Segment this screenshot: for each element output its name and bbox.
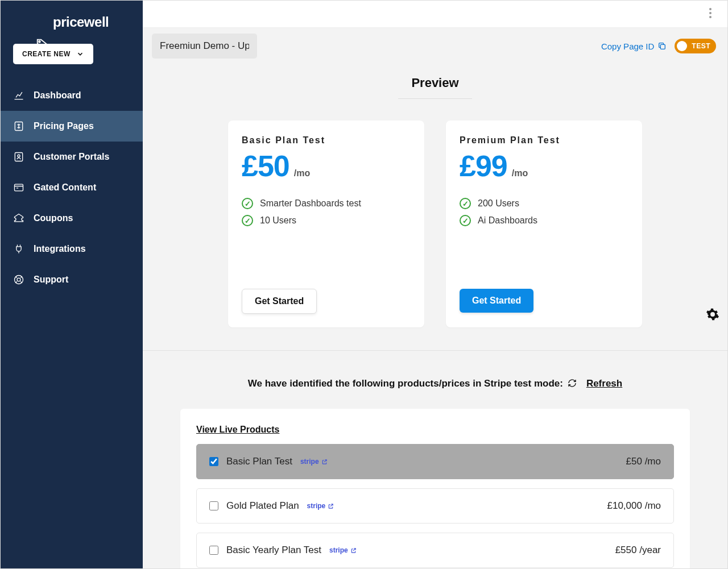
external-link-icon: [350, 547, 357, 554]
feature-text: Smarter Dashboards test: [260, 198, 361, 209]
svg-point-0: [39, 41, 40, 43]
product-name: Basic Plan Test: [226, 456, 292, 467]
plan-title: Premium Plan Test: [460, 135, 628, 146]
feature-item: ✓Ai Dashboards: [460, 215, 628, 226]
create-new-label: CREATE NEW: [22, 50, 71, 58]
price-amount: £50: [242, 149, 289, 183]
portal-icon: [13, 151, 24, 163]
plug-icon: [13, 243, 24, 255]
check-icon: ✓: [242, 198, 253, 209]
sidebar-item-coupons[interactable]: Coupons: [1, 203, 143, 234]
external-link-icon: [321, 459, 328, 465]
sidebar-item-pricing-pages[interactable]: Pricing Pages: [1, 111, 143, 142]
product-price: £50 /mo: [626, 456, 661, 467]
page-header: Copy Page ID TEST: [143, 28, 727, 59]
kebab-menu-button[interactable]: [704, 6, 717, 20]
pricing-icon: [13, 121, 24, 132]
refresh-link[interactable]: Refresh: [586, 378, 622, 389]
check-icon: ✓: [242, 215, 253, 226]
plan-title: Basic Plan Test: [242, 135, 411, 146]
check-icon: ✓: [460, 198, 471, 209]
feature-text: Ai Dashboards: [478, 215, 537, 226]
product-row[interactable]: Basic Yearly Plan Test stripe £550 /year: [196, 533, 674, 568]
plan-price: £99 /mo: [460, 149, 628, 183]
sidebar-item-label: Pricing Pages: [34, 121, 94, 131]
header-actions: Copy Page ID TEST: [601, 39, 716, 53]
create-new-button[interactable]: CREATE NEW: [13, 44, 93, 64]
tag-icon: [36, 38, 48, 50]
support-icon: [13, 274, 24, 285]
sidebar-item-label: Dashboard: [34, 90, 81, 101]
dot-icon: [709, 16, 712, 18]
chart-icon: [13, 90, 24, 101]
feature-item: ✓10 Users: [242, 215, 411, 226]
gate-icon: [13, 182, 24, 193]
sidebar: pricewell CREATE NEW Dashboard Pricing P…: [1, 1, 143, 568]
product-checkbox[interactable]: [209, 546, 218, 555]
svg-point-6: [17, 278, 20, 281]
mode-toggle[interactable]: TEST: [675, 39, 716, 53]
sidebar-item-label: Customer Portals: [34, 152, 109, 162]
view-live-products-link[interactable]: View Live Products: [196, 425, 279, 434]
product-checkbox[interactable]: [209, 501, 218, 510]
feature-text: 200 Users: [478, 198, 519, 209]
product-name: Gold Plated Plan: [226, 500, 299, 512]
stripe-link[interactable]: stripe: [300, 458, 328, 466]
product-price: £10,000 /mo: [607, 500, 661, 512]
svg-rect-4: [15, 184, 23, 191]
copy-page-id-label: Copy Page ID: [601, 41, 654, 51]
product-row[interactable]: Gold Plated Plan stripe £10,000 /mo: [196, 488, 674, 524]
svg-point-3: [18, 155, 20, 157]
get-started-button[interactable]: Get Started: [460, 289, 533, 313]
stripe-badge-text: stripe: [307, 502, 326, 510]
feature-item: ✓200 Users: [460, 198, 628, 209]
gear-icon[interactable]: [706, 308, 719, 321]
sidebar-item-label: Integrations: [34, 244, 86, 254]
product-price: £550 /year: [615, 545, 661, 556]
plan-card-premium: Premium Plan Test £99 /mo ✓200 Users ✓Ai…: [446, 121, 642, 327]
plan-price: £50 /mo: [242, 149, 411, 183]
brand-logo: pricewell: [1, 1, 143, 44]
ticket-icon: [13, 213, 24, 224]
toggle-label: TEST: [692, 42, 710, 50]
dot-icon: [709, 8, 712, 10]
product-checkbox[interactable]: [209, 457, 218, 466]
product-row[interactable]: Basic Plan Test stripe £50 /mo: [196, 444, 674, 479]
sidebar-item-dashboard[interactable]: Dashboard: [1, 80, 143, 111]
check-icon: ✓: [460, 215, 471, 226]
plan-card-basic: Basic Plan Test £50 /mo ✓Smarter Dashboa…: [228, 121, 424, 327]
copy-icon: [657, 41, 667, 51]
chevron-down-icon: [76, 50, 84, 58]
sidebar-item-support[interactable]: Support: [1, 264, 143, 295]
feature-text: 10 Users: [260, 215, 296, 226]
sidebar-item-label: Gated Content: [34, 182, 96, 193]
svg-rect-7: [661, 44, 665, 49]
product-name: Basic Yearly Plan Test: [226, 545, 321, 556]
feature-item: ✓Smarter Dashboards test: [242, 198, 411, 209]
refresh-icon: [568, 379, 577, 388]
sidebar-item-gated-content[interactable]: Gated Content: [1, 172, 143, 203]
sidebar-item-integrations[interactable]: Integrations: [1, 234, 143, 264]
products-message: We have identified the following product…: [248, 378, 563, 389]
feature-list: ✓Smarter Dashboards test ✓10 Users: [242, 198, 411, 226]
external-link-icon: [328, 503, 334, 509]
products-panel: View Live Products Basic Plan Test strip…: [180, 409, 690, 568]
products-section: We have identified the following product…: [143, 351, 727, 568]
page-title-input[interactable]: [152, 34, 257, 59]
price-amount: £99: [460, 149, 507, 183]
nav: Dashboard Pricing Pages Customer Portals…: [1, 80, 143, 295]
sidebar-item-label: Coupons: [34, 213, 73, 223]
stripe-link[interactable]: stripe: [329, 546, 357, 554]
stripe-link[interactable]: stripe: [307, 502, 334, 510]
toggle-knob: [677, 41, 687, 51]
preview-heading: Preview: [143, 76, 727, 106]
copy-page-id-link[interactable]: Copy Page ID: [601, 41, 667, 51]
price-period: /mo: [512, 168, 528, 178]
main: Copy Page ID TEST Preview Basic Plan Tes…: [143, 28, 727, 568]
preview-cards: Basic Plan Test £50 /mo ✓Smarter Dashboa…: [143, 121, 727, 351]
topbar: [143, 1, 727, 28]
sidebar-item-customer-portals[interactable]: Customer Portals: [1, 142, 143, 172]
feature-list: ✓200 Users ✓Ai Dashboards: [460, 198, 628, 226]
get-started-button[interactable]: Get Started: [242, 289, 317, 314]
stripe-badge-text: stripe: [300, 458, 319, 466]
